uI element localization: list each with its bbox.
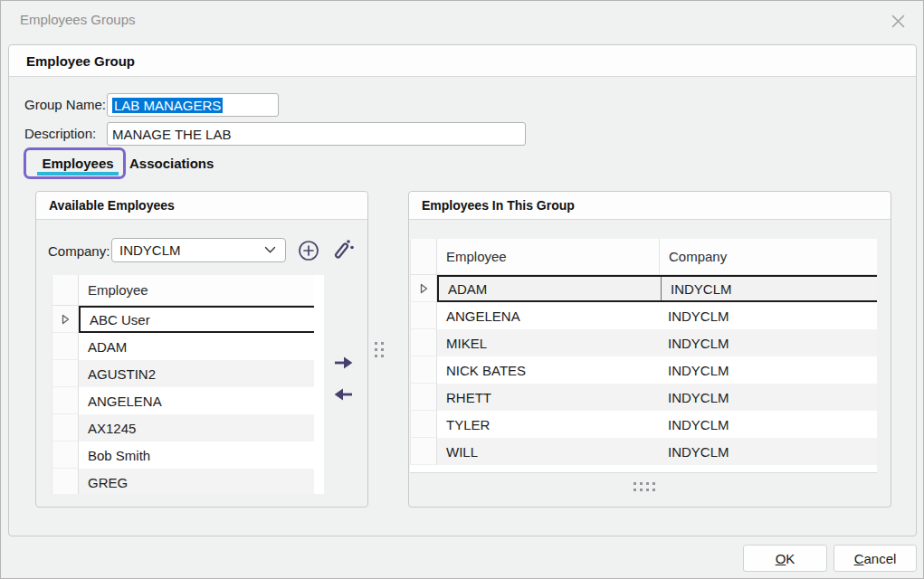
table-row[interactable]: ANGELENA INDYCLM bbox=[410, 302, 877, 329]
row-marker-header bbox=[410, 239, 437, 275]
employee-column-header: Employee bbox=[437, 239, 659, 275]
table-row[interactable]: NICK BATES INDYCLM bbox=[410, 356, 877, 384]
table-row[interactable]: MIKEL INDYCLM bbox=[410, 329, 877, 356]
employee-cell: GREG bbox=[79, 469, 314, 494]
description-value: MANAGE THE LAB bbox=[112, 127, 231, 142]
group-members-list: ADAM INDYCLM ANGELENA INDYCLM MIKEL INDY… bbox=[410, 275, 877, 465]
row-pointer-icon bbox=[62, 314, 70, 325]
company-dropdown-value: INDYCLM bbox=[119, 242, 181, 258]
row-marker-header bbox=[52, 275, 79, 306]
grid-resize-handle[interactable] bbox=[633, 482, 655, 491]
table-row[interactable]: WILL INDYCLM bbox=[410, 438, 877, 465]
description-input[interactable]: MANAGE THE LAB bbox=[107, 122, 526, 146]
arrow-right-icon[interactable] bbox=[332, 355, 354, 370]
company-cell: INDYCLM bbox=[659, 302, 877, 329]
group-name-label: Group Name: bbox=[24, 97, 106, 112]
row-marker bbox=[410, 302, 437, 329]
row-marker bbox=[410, 356, 437, 384]
tab-employees[interactable]: Employees bbox=[37, 156, 119, 171]
empty-grid-row bbox=[410, 465, 877, 473]
ok-button[interactable]: OK bbox=[743, 545, 827, 572]
employee-cell: AGUSTIN2 bbox=[79, 360, 314, 387]
available-employees-list: ABC User ADAM AGUSTIN2 ANGELENA AX1245 B… bbox=[52, 306, 314, 494]
table-row[interactable]: AGUSTIN2 bbox=[52, 360, 314, 387]
company-dropdown[interactable]: INDYCLM bbox=[111, 238, 286, 262]
employee-cell: AX1245 bbox=[79, 414, 314, 441]
company-label: Company: bbox=[48, 243, 110, 259]
window-title: Employees Groups bbox=[20, 12, 136, 27]
group-grid-header: Employee Company bbox=[410, 239, 877, 275]
description-label: Description: bbox=[24, 126, 96, 141]
add-circle-icon[interactable] bbox=[298, 240, 319, 261]
arrow-left-icon[interactable] bbox=[332, 386, 354, 402]
row-marker bbox=[410, 438, 437, 465]
magic-wand-icon[interactable] bbox=[329, 236, 355, 261]
selected-row-marker bbox=[410, 275, 437, 302]
table-row[interactable]: Bob Smith bbox=[52, 441, 314, 469]
table-row[interactable]: ABC User bbox=[52, 306, 314, 333]
row-marker bbox=[52, 387, 79, 414]
employees-groups-dialog: Employees Groups Employee Group Group Na… bbox=[0, 0, 924, 579]
cancel-label-rest: ancel bbox=[863, 551, 896, 566]
ok-label-rest: K bbox=[786, 551, 795, 566]
employee-cell: ADAM bbox=[439, 277, 661, 300]
chevron-down-icon bbox=[264, 246, 276, 254]
row-marker bbox=[410, 411, 437, 438]
row-marker bbox=[52, 441, 79, 469]
tab-associations[interactable]: Associations bbox=[129, 156, 214, 171]
vertical-scrollbar[interactable] bbox=[314, 275, 324, 494]
panel-title: Employee Group bbox=[9, 45, 916, 77]
row-marker bbox=[52, 414, 79, 441]
group-name-value: LAB MANAGERS bbox=[112, 98, 223, 113]
company-cell: INDYCLM bbox=[659, 411, 877, 438]
company-cell: INDYCLM bbox=[659, 438, 877, 465]
row-pointer-icon bbox=[420, 283, 428, 294]
employees-in-group-title: Employees In This Group bbox=[409, 192, 891, 220]
employee-cell: ANGELENA bbox=[79, 387, 314, 414]
selected-row-marker bbox=[52, 306, 79, 333]
available-employees-title: Available Employees bbox=[36, 192, 367, 220]
employee-cell: NICK BATES bbox=[437, 356, 659, 384]
employee-cell: WILL bbox=[437, 438, 659, 465]
employee-cell: ABC User bbox=[81, 308, 314, 331]
row-marker bbox=[52, 333, 79, 360]
employee-cell: Bob Smith bbox=[79, 441, 314, 469]
ok-mnemonic: O bbox=[776, 551, 786, 566]
employee-cell: ANGELENA bbox=[437, 302, 659, 329]
employee-cell: RHETT bbox=[437, 384, 659, 411]
active-tab-underline bbox=[37, 172, 119, 176]
panel-splitter-handle[interactable] bbox=[375, 342, 384, 357]
table-row[interactable]: ADAM INDYCLM bbox=[410, 275, 877, 302]
table-row[interactable]: ADAM bbox=[52, 333, 314, 360]
row-marker bbox=[410, 384, 437, 411]
table-row[interactable]: AX1245 bbox=[52, 414, 314, 441]
table-row[interactable]: GREG bbox=[52, 469, 314, 494]
cancel-button[interactable]: Cancel bbox=[834, 545, 917, 572]
employee-column-header: Employee bbox=[79, 275, 314, 306]
close-icon[interactable] bbox=[888, 11, 908, 31]
company-cell: INDYCLM bbox=[659, 329, 877, 356]
row-marker bbox=[52, 360, 79, 387]
employee-cell: ADAM bbox=[79, 333, 314, 360]
employee-cell: MIKEL bbox=[437, 329, 659, 356]
table-row[interactable]: RHETT INDYCLM bbox=[410, 384, 877, 411]
cancel-mnemonic: C bbox=[854, 551, 864, 566]
row-marker bbox=[52, 469, 79, 494]
row-marker bbox=[410, 329, 437, 356]
company-column-header: Company bbox=[659, 239, 877, 275]
group-name-input[interactable]: LAB MANAGERS bbox=[107, 93, 279, 117]
table-row[interactable]: ANGELENA bbox=[52, 387, 314, 414]
company-cell: INDYCLM bbox=[659, 356, 877, 384]
employee-cell: TYLER bbox=[437, 411, 659, 438]
table-row[interactable]: TYLER INDYCLM bbox=[410, 411, 877, 438]
company-cell: INDYCLM bbox=[659, 384, 877, 411]
company-cell: INDYCLM bbox=[661, 277, 877, 300]
available-grid-header: Employee bbox=[52, 275, 314, 306]
